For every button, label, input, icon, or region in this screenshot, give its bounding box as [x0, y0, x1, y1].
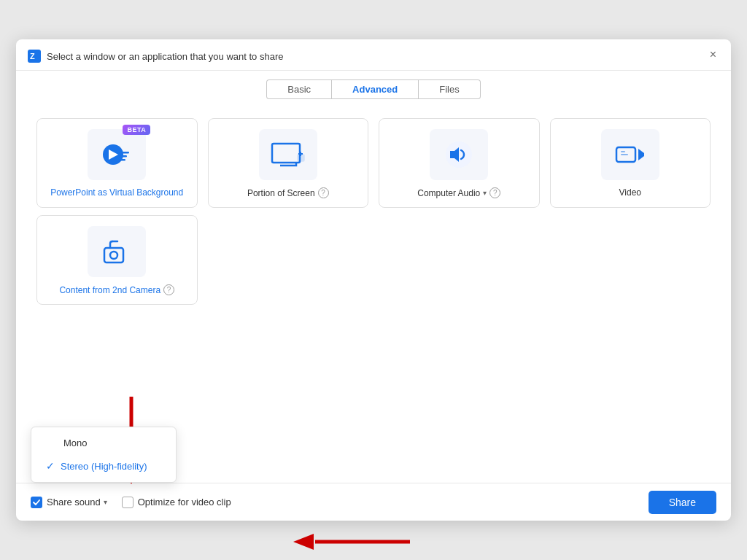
- share-sound-text: Share sound ▾: [47, 497, 107, 508]
- dropdown-item-mono[interactable]: Mono: [31, 432, 176, 454]
- card-powerpoint[interactable]: BETA PowerPoint as Virtual Background: [36, 118, 198, 208]
- powerpoint-icon-box: BETA: [88, 129, 146, 180]
- audio-icon: [441, 139, 476, 171]
- camera-help-icon[interactable]: ?: [163, 284, 174, 295]
- dialog-title: Select a window or an application that y…: [47, 51, 283, 62]
- audio-chevron-icon[interactable]: ▾: [483, 189, 487, 197]
- share-sound-label[interactable]: Share sound ▾: [31, 497, 107, 508]
- svg-rect-16: [621, 154, 628, 155]
- video-label: Video: [619, 187, 641, 198]
- card-grid-row1: BETA PowerPoint as Virtual Background: [16, 106, 731, 215]
- audio-icon-box: [430, 129, 488, 180]
- audio-label: Computer Audio ▾ ?: [417, 187, 500, 198]
- share-sound-chevron[interactable]: ▾: [104, 498, 107, 506]
- share-sound-checkbox[interactable]: [31, 497, 42, 508]
- audio-help-icon[interactable]: ?: [489, 187, 500, 198]
- tab-basic[interactable]: Basic: [266, 79, 331, 99]
- svg-rect-17: [104, 248, 123, 262]
- beta-badge: BETA: [123, 125, 150, 135]
- camera-icon: [97, 232, 136, 271]
- bottom-bar: Share sound ▾ Optimize for video clip Sh…: [16, 483, 731, 521]
- svg-rect-3: [119, 152, 129, 154]
- video-icon: [612, 139, 649, 171]
- svg-text:Z: Z: [30, 52, 35, 61]
- svg-marker-14: [638, 149, 644, 160]
- zoom-icon: Z: [28, 50, 41, 63]
- dropdown-item-stereo[interactable]: ✓ Stereo (High-fidelity): [31, 454, 176, 478]
- camera-label: Content from 2nd Camera ?: [59, 284, 174, 295]
- svg-point-19: [110, 252, 117, 259]
- title-bar: Z Select a window or an application that…: [16, 39, 731, 71]
- powerpoint-icon: [98, 139, 135, 171]
- portion-icon: [268, 139, 308, 171]
- card-grid-row2: Content from 2nd Camera ?: [16, 215, 731, 316]
- card-camera[interactable]: Content from 2nd Camera ?: [36, 215, 198, 305]
- card-portion[interactable]: Portion of Screen ?: [208, 118, 369, 208]
- portion-label: Portion of Screen ?: [247, 187, 329, 198]
- svg-rect-6: [272, 144, 300, 163]
- share-button[interactable]: Share: [649, 491, 716, 514]
- share-dialog: Z Select a window or an application that…: [16, 39, 731, 521]
- svg-rect-4: [119, 155, 127, 158]
- portion-help-icon[interactable]: ?: [318, 187, 329, 198]
- optimize-label[interactable]: Optimize for video clip: [122, 497, 231, 508]
- portion-icon-box: [259, 129, 317, 180]
- tabs-bar: Basic Advanced Files: [16, 71, 731, 106]
- camera-icon-box: [88, 226, 146, 277]
- video-icon-box: [601, 129, 659, 180]
- powerpoint-label: PowerPoint as Virtual Background: [50, 187, 183, 198]
- tab-files[interactable]: Files: [419, 79, 480, 99]
- dropdown-menu: Mono ✓ Stereo (High-fidelity): [31, 427, 177, 483]
- optimize-checkbox[interactable]: [122, 497, 133, 508]
- arrow-right: [293, 531, 410, 556]
- svg-rect-5: [119, 159, 125, 161]
- svg-marker-23: [293, 534, 314, 550]
- tab-advanced[interactable]: Advanced: [331, 79, 419, 99]
- svg-rect-12: [450, 151, 454, 158]
- card-video[interactable]: Video: [550, 118, 711, 208]
- close-button[interactable]: ×: [705, 47, 721, 62]
- stereo-check-icon: ✓: [46, 460, 55, 472]
- card-audio[interactable]: Computer Audio ▾ ?: [379, 118, 540, 208]
- svg-rect-15: [621, 151, 625, 152]
